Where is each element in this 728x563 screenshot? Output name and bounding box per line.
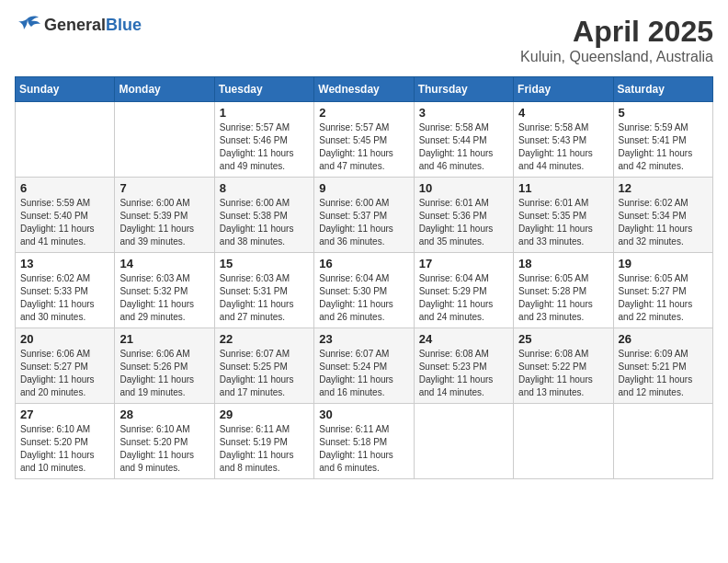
calendar-cell: 7Sunrise: 6:00 AM Sunset: 5:39 PM Daylig… [115,178,214,253]
day-header-tuesday: Tuesday [214,77,313,102]
logo-blue: Blue [106,16,142,34]
day-info: Sunrise: 6:09 AM Sunset: 5:21 PM Dayligh… [619,348,708,399]
logo-general: General [44,16,106,34]
day-info: Sunrise: 6:05 AM Sunset: 5:27 PM Dayligh… [619,272,708,324]
location-title: Kuluin, Queensland, Australia [520,49,713,65]
header: GeneralBlue April 2025 Kuluin, Queenslan… [15,15,713,65]
day-number: 21 [119,332,209,346]
calendar-cell [115,102,214,178]
day-header-wednesday: Wednesday [314,77,414,102]
day-number: 4 [518,106,608,120]
calendar-cell: 11Sunrise: 6:01 AM Sunset: 5:35 PM Dayli… [514,178,613,253]
day-info: Sunrise: 6:02 AM Sunset: 5:33 PM Dayligh… [20,272,109,324]
calendar-cell: 29Sunrise: 6:11 AM Sunset: 5:19 PM Dayli… [214,404,313,479]
week-row-3: 13Sunrise: 6:02 AM Sunset: 5:33 PM Dayli… [16,253,713,328]
day-info: Sunrise: 5:59 AM Sunset: 5:41 PM Dayligh… [619,121,708,173]
day-info: Sunrise: 6:11 AM Sunset: 5:18 PM Dayligh… [319,423,408,475]
day-info: Sunrise: 6:01 AM Sunset: 5:36 PM Dayligh… [419,197,508,248]
day-info: Sunrise: 5:58 AM Sunset: 5:43 PM Dayligh… [518,121,608,173]
day-number: 27 [20,408,109,421]
day-number: 15 [220,257,309,270]
day-info: Sunrise: 6:04 AM Sunset: 5:30 PM Dayligh… [319,272,408,324]
calendar-cell: 28Sunrise: 6:10 AM Sunset: 5:20 PM Dayli… [115,404,214,479]
day-number: 8 [220,181,309,195]
day-number: 30 [319,408,408,421]
day-number: 17 [419,257,508,270]
day-info: Sunrise: 5:59 AM Sunset: 5:40 PM Dayligh… [20,197,109,248]
calendar-cell: 9Sunrise: 6:00 AM Sunset: 5:37 PM Daylig… [314,178,414,253]
day-number: 12 [619,181,708,195]
calendar-cell: 16Sunrise: 6:04 AM Sunset: 5:30 PM Dayli… [314,253,414,328]
calendar-cell: 18Sunrise: 6:05 AM Sunset: 5:28 PM Dayli… [514,253,613,328]
calendar-cell [16,102,115,178]
day-number: 19 [619,257,708,270]
day-info: Sunrise: 6:02 AM Sunset: 5:34 PM Dayligh… [619,197,708,248]
calendar-cell: 15Sunrise: 6:03 AM Sunset: 5:31 PM Dayli… [214,253,313,328]
calendar-cell: 2Sunrise: 5:57 AM Sunset: 5:45 PM Daylig… [314,102,414,178]
day-header-monday: Monday [115,77,214,102]
day-number: 26 [619,332,708,346]
day-number: 20 [20,332,109,346]
day-info: Sunrise: 5:58 AM Sunset: 5:44 PM Dayligh… [419,121,508,173]
day-number: 6 [20,181,109,195]
calendar-table: SundayMondayTuesdayWednesdayThursdayFrid… [15,76,713,479]
calendar-cell: 20Sunrise: 6:06 AM Sunset: 5:27 PM Dayli… [16,328,115,404]
calendar-cell: 8Sunrise: 6:00 AM Sunset: 5:38 PM Daylig… [214,178,313,253]
day-number: 16 [319,257,408,270]
week-row-4: 20Sunrise: 6:06 AM Sunset: 5:27 PM Dayli… [16,328,713,404]
day-info: Sunrise: 6:08 AM Sunset: 5:22 PM Dayligh… [518,348,608,399]
day-number: 3 [419,106,508,120]
day-info: Sunrise: 6:06 AM Sunset: 5:27 PM Dayligh… [20,348,109,399]
day-number: 22 [220,332,309,346]
day-number: 23 [319,332,408,346]
calendar-cell: 10Sunrise: 6:01 AM Sunset: 5:36 PM Dayli… [414,178,513,253]
day-number: 11 [518,181,608,195]
day-info: Sunrise: 6:00 AM Sunset: 5:37 PM Dayligh… [319,197,408,248]
day-header-thursday: Thursday [414,77,513,102]
calendar-cell: 21Sunrise: 6:06 AM Sunset: 5:26 PM Dayli… [115,328,214,404]
day-header-saturday: Saturday [613,77,712,102]
day-number: 13 [20,257,109,270]
calendar-cell: 1Sunrise: 5:57 AM Sunset: 5:46 PM Daylig… [214,102,313,178]
day-info: Sunrise: 6:03 AM Sunset: 5:31 PM Dayligh… [220,272,309,324]
calendar-cell [514,404,613,479]
day-number: 7 [119,181,209,195]
day-info: Sunrise: 6:00 AM Sunset: 5:39 PM Dayligh… [119,197,209,248]
calendar-cell: 12Sunrise: 6:02 AM Sunset: 5:34 PM Dayli… [613,178,712,253]
day-info: Sunrise: 5:57 AM Sunset: 5:46 PM Dayligh… [220,121,309,173]
day-header-friday: Friday [514,77,613,102]
calendar-cell: 13Sunrise: 6:02 AM Sunset: 5:33 PM Dayli… [16,253,115,328]
day-header-sunday: Sunday [16,77,115,102]
day-number: 18 [518,257,608,270]
day-info: Sunrise: 6:07 AM Sunset: 5:24 PM Dayligh… [319,348,408,399]
calendar-cell: 26Sunrise: 6:09 AM Sunset: 5:21 PM Dayli… [613,328,712,404]
calendar-cell: 24Sunrise: 6:08 AM Sunset: 5:23 PM Dayli… [414,328,513,404]
month-title: April 2025 [520,15,713,49]
calendar-cell: 4Sunrise: 5:58 AM Sunset: 5:43 PM Daylig… [514,102,613,178]
calendar-cell: 5Sunrise: 5:59 AM Sunset: 5:41 PM Daylig… [613,102,712,178]
day-info: Sunrise: 6:01 AM Sunset: 5:35 PM Dayligh… [518,197,608,248]
calendar-cell [613,404,712,479]
day-number: 28 [119,408,209,421]
calendar-cell: 17Sunrise: 6:04 AM Sunset: 5:29 PM Dayli… [414,253,513,328]
logo: GeneralBlue [15,15,142,35]
calendar-cell: 25Sunrise: 6:08 AM Sunset: 5:22 PM Dayli… [514,328,613,404]
day-number: 2 [319,106,408,120]
day-info: Sunrise: 6:00 AM Sunset: 5:38 PM Dayligh… [220,197,309,248]
day-number: 10 [419,181,508,195]
day-info: Sunrise: 5:57 AM Sunset: 5:45 PM Dayligh… [319,121,408,173]
day-info: Sunrise: 6:05 AM Sunset: 5:28 PM Dayligh… [518,272,608,324]
logo-bird-icon [15,15,40,35]
calendar-cell: 22Sunrise: 6:07 AM Sunset: 5:25 PM Dayli… [214,328,313,404]
week-row-5: 27Sunrise: 6:10 AM Sunset: 5:20 PM Dayli… [16,404,713,479]
day-number: 14 [119,257,209,270]
day-info: Sunrise: 6:11 AM Sunset: 5:19 PM Dayligh… [220,423,309,475]
week-row-1: 1Sunrise: 5:57 AM Sunset: 5:46 PM Daylig… [16,102,713,178]
day-number: 9 [319,181,408,195]
calendar-cell: 27Sunrise: 6:10 AM Sunset: 5:20 PM Dayli… [16,404,115,479]
calendar-cell: 23Sunrise: 6:07 AM Sunset: 5:24 PM Dayli… [314,328,414,404]
calendar-cell: 14Sunrise: 6:03 AM Sunset: 5:32 PM Dayli… [115,253,214,328]
day-number: 29 [220,408,309,421]
day-number: 1 [220,106,309,120]
day-info: Sunrise: 6:04 AM Sunset: 5:29 PM Dayligh… [419,272,508,324]
